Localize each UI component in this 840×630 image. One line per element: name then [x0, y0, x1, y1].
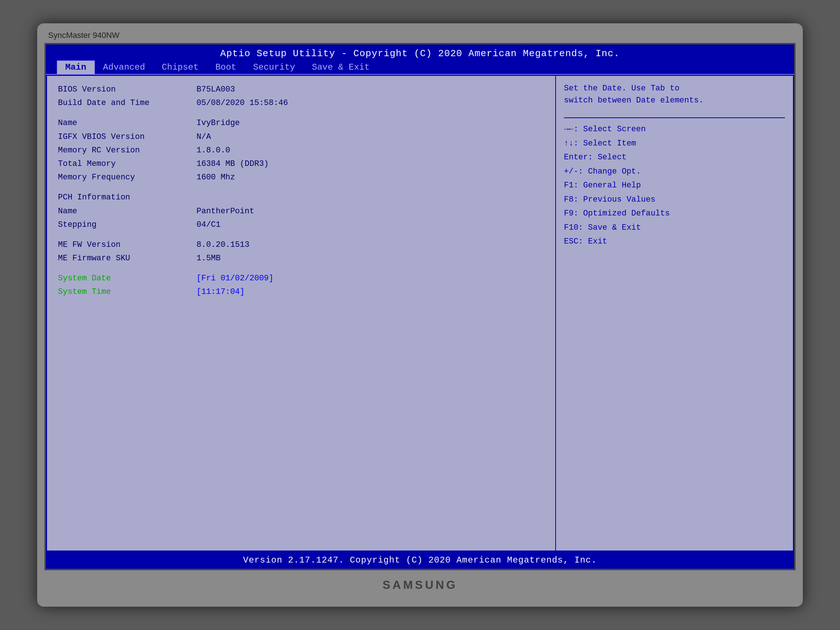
- main-content: BIOS Version B75LA003 Build Date and Tim…: [46, 75, 794, 552]
- label-igfx: IGFX VBIOS Version: [58, 131, 196, 143]
- monitor-brand-label: SyncMaster 940NW: [44, 31, 120, 40]
- shortcut-change-opt: +/-: Change Opt.: [564, 165, 785, 179]
- label-me-sku: ME Firmware SKU: [58, 252, 196, 265]
- row-build-date: Build Date and Time 05/08/2020 15:58:46: [58, 96, 544, 109]
- row-system-date[interactable]: System Date [Fri 01/02/2009]: [58, 272, 544, 285]
- shortcut-select-item: ↑↓: Select Item: [564, 137, 785, 151]
- value-name: IvyBridge: [196, 117, 544, 129]
- value-build-date: 05/08/2020 15:58:46: [196, 96, 544, 109]
- label-me-fw: ME FW Version: [58, 238, 196, 251]
- label-bios-version: BIOS Version: [58, 83, 196, 96]
- monitor-bottom: SAMSUNG: [382, 570, 458, 599]
- shortcut-esc: ESC: Exit: [564, 235, 785, 249]
- shortcut-f9: F9: Optimized Defaults: [564, 207, 785, 221]
- shortcut-select-screen: →←: Select Screen: [564, 123, 785, 137]
- help-text: Set the Date. Use Tab toswitch between D…: [564, 82, 785, 106]
- tab-security[interactable]: Security: [245, 60, 303, 74]
- screen: Aptio Setup Utility - Copyright (C) 2020…: [44, 43, 796, 570]
- tab-save-exit[interactable]: Save & Exit: [303, 60, 378, 74]
- value-pch-info: [196, 191, 544, 204]
- divider: [564, 117, 785, 118]
- row-mem-freq: Memory Frequency 1600 Mhz: [58, 171, 544, 184]
- bios-footer: Version 2.17.1247. Copyright (C) 2020 Am…: [46, 552, 794, 569]
- value-stepping: 04/C1: [196, 218, 544, 231]
- nav-bar: Main Advanced Chipset Boot Security Save…: [46, 60, 794, 75]
- tab-main[interactable]: Main: [57, 60, 95, 74]
- shortcut-enter: Enter: Select: [564, 151, 785, 165]
- samsung-label: SAMSUNG: [382, 578, 458, 592]
- shortcut-f1: F1: General Help: [564, 178, 785, 193]
- row-igfx: IGFX VBIOS Version N/A: [58, 131, 544, 143]
- label-build-date: Build Date and Time: [58, 96, 196, 109]
- tab-boot[interactable]: Boot: [207, 60, 245, 74]
- right-panel: Set the Date. Use Tab toswitch between D…: [556, 76, 793, 551]
- label-mem-freq: Memory Frequency: [58, 171, 196, 184]
- value-system-time[interactable]: [11:17:04]: [196, 286, 544, 298]
- shortcut-list: →←: Select Screen ↑↓: Select Item Enter:…: [564, 123, 785, 249]
- label-pch-name: Name: [58, 205, 196, 218]
- monitor: SyncMaster 940NW Aptio Setup Utility - C…: [37, 23, 803, 607]
- label-system-time: System Time: [58, 286, 196, 298]
- label-pch-info: PCH Information: [58, 191, 196, 204]
- bios-title: Aptio Setup Utility - Copyright (C) 2020…: [46, 44, 794, 60]
- value-system-date[interactable]: [Fri 01/02/2009]: [196, 272, 544, 285]
- row-bios-version: BIOS Version B75LA003: [58, 83, 544, 96]
- tab-advanced[interactable]: Advanced: [95, 60, 153, 74]
- bios-container: Aptio Setup Utility - Copyright (C) 2020…: [46, 44, 794, 569]
- row-stepping: Stepping 04/C1: [58, 218, 544, 231]
- label-memory-rc: Memory RC Version: [58, 144, 196, 157]
- row-me-fw: ME FW Version 8.0.20.1513: [58, 238, 544, 251]
- value-memory-rc: 1.8.0.0: [196, 144, 544, 157]
- label-total-memory: Total Memory: [58, 158, 196, 170]
- row-system-time[interactable]: System Time [11:17:04]: [58, 286, 544, 298]
- row-memory-rc: Memory RC Version 1.8.0.0: [58, 144, 544, 157]
- row-name: Name IvyBridge: [58, 117, 544, 129]
- label-system-date: System Date: [58, 272, 196, 285]
- value-total-memory: 16384 MB (DDR3): [196, 158, 544, 170]
- tab-chipset[interactable]: Chipset: [153, 60, 207, 74]
- row-pch-name: Name PantherPoint: [58, 205, 544, 218]
- row-pch-info: PCH Information: [58, 191, 544, 204]
- value-pch-name: PantherPoint: [196, 205, 544, 218]
- row-me-sku: ME Firmware SKU 1.5MB: [58, 252, 544, 265]
- value-igfx: N/A: [196, 131, 544, 143]
- value-me-fw: 8.0.20.1513: [196, 238, 544, 251]
- left-panel: BIOS Version B75LA003 Build Date and Tim…: [47, 76, 556, 551]
- label-name: Name: [58, 117, 196, 129]
- row-total-memory: Total Memory 16384 MB (DDR3): [58, 158, 544, 170]
- label-stepping: Stepping: [58, 218, 196, 231]
- value-me-sku: 1.5MB: [196, 252, 544, 265]
- value-bios-version: B75LA003: [196, 83, 544, 96]
- shortcut-f10: F10: Save & Exit: [564, 221, 785, 235]
- value-mem-freq: 1600 Mhz: [196, 171, 544, 184]
- shortcut-f8: F8: Previous Values: [564, 193, 785, 207]
